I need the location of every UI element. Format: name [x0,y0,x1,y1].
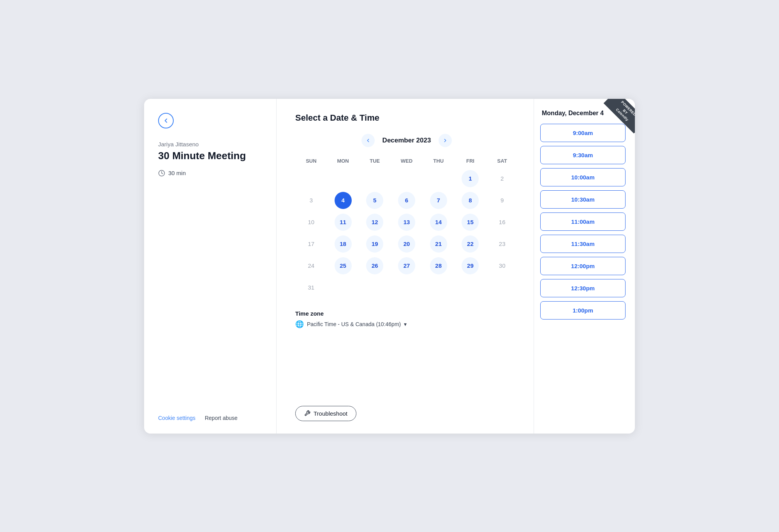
calendar-day: 2 [493,170,511,187]
calendar-day-header: THU [423,156,455,165]
timezone-selector[interactable]: 🌐 Pacific Time - US & Canada (10:46pm) ▾ [295,320,518,328]
calendar-day[interactable]: 21 [430,235,447,253]
calendar-week-row: 10111213141516 [295,212,518,232]
troubleshoot-button[interactable]: Troubleshoot [295,406,356,421]
calendar-day-header: SAT [486,156,518,165]
duration-row: 30 min [158,170,262,177]
calendar-day[interactable]: 4 [335,192,352,209]
calendar-day[interactable]: 6 [398,192,415,209]
month-label: December 2023 [382,137,431,144]
calendar-day: 16 [493,214,511,231]
calendar-day[interactable]: 29 [462,257,479,274]
middle-panel: Select a Date & Time December 2023 SUNMO… [277,99,534,434]
calendar-nav: December 2023 [295,134,518,147]
host-name: Jariya Jittaseno [158,141,262,147]
left-panel: Jariya Jittaseno 30 Minute Meeting 30 mi… [144,99,277,434]
calendar-day: 10 [303,214,320,231]
calendar-day: 23 [493,235,511,253]
troubleshoot-label: Troubleshoot [314,410,347,417]
calendar-day[interactable]: 20 [398,235,415,253]
time-slot-button[interactable]: 12:30pm [540,279,626,297]
section-title: Select a Date & Time [295,113,518,123]
timezone-dropdown-icon: ▾ [404,321,407,327]
calendar-day[interactable]: 8 [462,192,479,209]
calendar-day[interactable]: 25 [335,257,352,274]
calendar-day[interactable]: 28 [430,257,447,274]
globe-icon: 🌐 [295,320,304,328]
left-footer: Cookie settings Report abuse [158,415,262,421]
calendar-week-row: 31 [295,277,518,298]
calendar-day[interactable]: 22 [462,235,479,253]
timezone-label: Time zone [295,310,518,317]
calendar-day[interactable]: 27 [398,257,415,274]
time-slots-container: 9:00am9:30am10:00am10:30am11:00am11:30am… [540,124,626,323]
calendar-day[interactable]: 13 [398,214,415,231]
report-abuse-link[interactable]: Report abuse [205,415,238,421]
calendar-day[interactable]: 19 [366,235,383,253]
calendar-day[interactable]: 15 [462,214,479,231]
wrench-icon [304,410,310,416]
calendar-day[interactable]: 18 [335,235,352,253]
calendar-day: 24 [303,257,320,274]
calendar-day[interactable]: 7 [430,192,447,209]
calendar-grid: SUNMONTUEWEDTHUFRISAT 123456789101112131… [295,156,518,299]
meeting-title: 30 Minute Meeting [158,150,262,162]
booking-card: POWERED BY Calendly Jariya Jittaseno 30 … [144,99,635,434]
calendar-day[interactable]: 1 [462,170,479,187]
calendar-day[interactable]: 11 [335,214,352,231]
time-slot-button[interactable]: 10:00am [540,168,626,186]
right-panel: Monday, December 4 9:00am9:30am10:00am10… [534,99,635,434]
calendar-day: 30 [493,257,511,274]
calendar-day[interactable]: 14 [430,214,447,231]
clock-icon [158,170,165,177]
calendar-week-row: 24252627282930 [295,256,518,276]
time-slot-button[interactable]: 12:00pm [540,257,626,275]
timezone-section: Time zone 🌐 Pacific Time - US & Canada (… [295,310,518,328]
calendar-day: 31 [303,279,320,296]
calendar-day: 9 [493,192,511,209]
duration-text: 30 min [168,170,186,176]
calendar-day: 3 [303,192,320,209]
calendar-day-header: SUN [295,156,327,165]
calendar-day[interactable]: 5 [366,192,383,209]
time-slot-button[interactable]: 1:00pm [540,301,626,320]
calendar-body: 1234567891011121314151617181920212223242… [295,169,518,298]
timezone-value: Pacific Time - US & Canada (10:46pm) [307,321,401,327]
time-slot-button[interactable]: 9:30am [540,146,626,164]
calendly-badge: POWERED BY Calendly [600,99,635,134]
next-month-button[interactable] [439,134,452,147]
calendar-header: SUNMONTUEWEDTHUFRISAT [295,156,518,165]
calendar-week-row: 12 [295,169,518,189]
calendar-day[interactable]: 12 [366,214,383,231]
calendar-day-header: TUE [359,156,391,165]
prev-month-button[interactable] [361,134,375,147]
back-button[interactable] [158,113,174,128]
time-slot-button[interactable]: 11:30am [540,235,626,253]
calendar-day-header: WED [391,156,423,165]
time-slot-button[interactable]: 11:00am [540,212,626,231]
calendar-day[interactable]: 26 [366,257,383,274]
time-slot-button[interactable]: 10:30am [540,190,626,209]
calendar-day: 17 [303,235,320,253]
calendly-badge-text: POWERED BY Calendly [603,99,635,133]
calendar-day-header: MON [327,156,359,165]
calendar-week-row: 3456789 [295,190,518,211]
cookie-settings-link[interactable]: Cookie settings [158,415,196,421]
calendar-week-row: 17181920212223 [295,234,518,254]
calendar-day-header: FRI [455,156,486,165]
